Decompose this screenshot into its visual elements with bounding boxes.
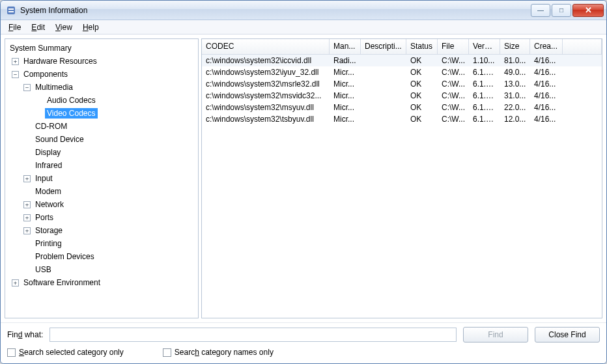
expander-icon[interactable]: + [23, 201, 31, 208]
cell-size: 13.0... [500, 79, 530, 89]
menu-edit-rest: dit [36, 23, 45, 32]
cell-status: OK [406, 102, 438, 113]
cell-ver: 6.1.7... [469, 79, 500, 89]
expander-icon[interactable]: − [23, 84, 31, 91]
cell-desc [361, 95, 406, 96]
search-selected-label: Search selected category only [19, 348, 124, 357]
menu-view[interactable]: View [50, 21, 78, 33]
cell-desc [361, 72, 406, 73]
close-find-label: Close Find [548, 330, 586, 339]
tree-sound-device[interactable]: Sound Device [33, 134, 86, 145]
menu-help-rest: elp [89, 23, 99, 32]
tree-display[interactable]: Display [33, 147, 63, 158]
close-find-button[interactable]: Close Find [535, 327, 600, 343]
column-file[interactable]: File [438, 39, 469, 54]
checkbox-icon [7, 348, 16, 357]
cell-status: OK [406, 67, 438, 77]
cell-codec: c:\windows\system32\msvidc32... [202, 91, 330, 101]
table-row[interactable]: c:\windows\system32\tsbyuv.dllMicr...OKC… [202, 113, 602, 125]
find-bar: Find what: Find Close Find Search select… [1, 322, 606, 363]
tree-software-environment[interactable]: Software Environment [21, 277, 102, 288]
cell-crea: 4/16... [530, 67, 563, 77]
column-status[interactable]: Status [406, 39, 438, 54]
table-row[interactable]: c:\windows\system32\msrle32.dllMicr...OK… [202, 78, 602, 90]
menu-view-rest: iew [61, 23, 72, 32]
menu-bar: File Edit View Help [1, 20, 606, 35]
find-what-label: Find what: [7, 330, 43, 339]
table-row[interactable]: c:\windows\system32\msvidc32...Micr...OK… [202, 90, 602, 102]
tree-multimedia[interactable]: Multimedia [33, 82, 75, 92]
cell-ver: 6.1.7... [469, 91, 500, 101]
find-button[interactable]: Find [463, 327, 528, 343]
column-description[interactable]: Descripti... [361, 39, 406, 54]
cell-man: Micr... [330, 79, 361, 89]
tree-usb[interactable]: USB [33, 264, 53, 275]
cell-codec: c:\windows\system32\msrle32.dll [202, 79, 330, 89]
cell-file: C:\W... [438, 114, 469, 124]
titlebar[interactable]: System Information — □ ✕ [1, 1, 606, 20]
expander-icon[interactable]: + [23, 227, 31, 234]
cell-codec: c:\windows\system32\iccvid.dll [202, 55, 330, 66]
expander-icon[interactable]: + [12, 279, 19, 287]
expander-icon[interactable]: + [23, 214, 31, 221]
menu-file[interactable]: File [3, 21, 26, 33]
cell-desc [361, 83, 406, 85]
tree-infrared[interactable]: Infrared [33, 160, 64, 171]
tree-components[interactable]: Components [21, 69, 70, 79]
cell-file: C:\W... [438, 79, 469, 89]
expander-icon[interactable]: + [12, 58, 19, 65]
expander-icon[interactable]: − [12, 71, 19, 78]
column-padding [563, 39, 602, 54]
cell-ver: 6.1.7... [469, 114, 500, 124]
tree-input[interactable]: Input [33, 173, 55, 184]
list-body[interactable]: c:\windows\system32\iccvid.dllRadi...OKC… [202, 55, 602, 318]
app-icon [6, 5, 16, 16]
column-size[interactable]: Size [500, 39, 530, 54]
svg-rect-2 [8, 11, 14, 12]
menu-edit[interactable]: Edit [26, 21, 50, 33]
search-selected-category-checkbox[interactable]: Search selected category only [7, 348, 124, 357]
cell-codec: c:\windows\system32\msyuv.dll [202, 102, 330, 113]
svg-rect-0 [7, 7, 15, 14]
checkbox-icon [163, 348, 171, 357]
cell-ver: 6.1.7... [469, 67, 500, 77]
tree-printing[interactable]: Printing [33, 238, 64, 249]
cell-crea: 4/16... [530, 55, 563, 66]
cell-man: Micr... [330, 102, 361, 113]
tree-hardware-resources[interactable]: Hardware Resources [21, 56, 99, 66]
expander-icon[interactable]: + [23, 175, 31, 182]
cell-status: OK [406, 114, 438, 124]
cell-status: OK [406, 55, 438, 66]
cell-crea: 4/16... [530, 79, 563, 89]
minimize-button[interactable]: — [531, 4, 550, 17]
cell-man: Micr... [330, 67, 361, 77]
table-row[interactable]: c:\windows\system32\iyuv_32.dllMicr...OK… [202, 66, 602, 78]
cell-size: 31.0... [500, 91, 530, 101]
search-category-names-checkbox[interactable]: Search category names only [163, 348, 274, 357]
tree-video-codecs[interactable]: Video Codecs [45, 108, 98, 119]
tree-audio-codecs[interactable]: Audio Codecs [45, 95, 98, 105]
find-input[interactable] [49, 328, 457, 342]
close-button[interactable]: ✕ [572, 4, 604, 17]
table-row[interactable]: c:\windows\system32\msyuv.dllMicr...OKC:… [202, 102, 602, 113]
tree-ports[interactable]: Ports [33, 212, 55, 223]
maximize-button[interactable]: □ [552, 4, 571, 17]
tree-panel[interactable]: System Summary +Hardware Resources −Comp… [5, 38, 199, 318]
tree-problem-devices[interactable]: Problem Devices [33, 251, 96, 262]
column-version[interactable]: Versi... [469, 39, 500, 54]
table-row[interactable]: c:\windows\system32\iccvid.dllRadi...OKC… [202, 55, 602, 66]
menu-help[interactable]: Help [78, 21, 104, 33]
tree-system-summary[interactable]: System Summary [8, 43, 74, 53]
cell-ver: 1.10... [469, 55, 500, 66]
tree-storage[interactable]: Storage [33, 225, 64, 236]
tree-modem[interactable]: Modem [33, 186, 63, 197]
column-created[interactable]: Crea... [530, 39, 563, 54]
cell-desc [361, 60, 406, 61]
cell-desc [361, 119, 406, 120]
cell-size: 81.0... [500, 55, 530, 66]
column-manufacturer[interactable]: Man... [330, 39, 361, 54]
cell-status: OK [406, 79, 438, 89]
tree-cdrom[interactable]: CD-ROM [33, 121, 69, 132]
tree-network[interactable]: Network [33, 199, 66, 210]
column-codec[interactable]: CODEC [202, 39, 330, 54]
